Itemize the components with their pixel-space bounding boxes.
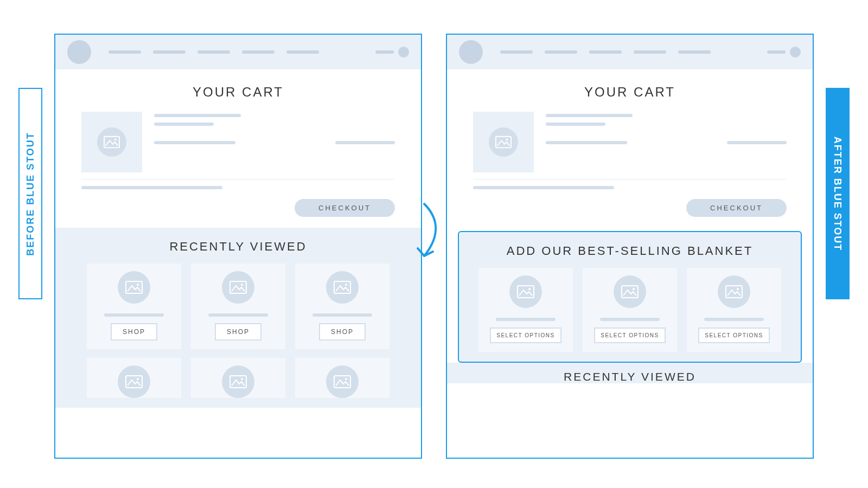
svg-point-11 <box>241 378 243 380</box>
product-card <box>191 358 285 398</box>
select-options-button[interactable]: SELECT OPTIONS <box>594 328 666 343</box>
select-options-button[interactable]: SELECT OPTIONS <box>698 328 770 343</box>
svg-point-21 <box>737 288 739 290</box>
svg-rect-14 <box>496 137 511 148</box>
shop-button[interactable]: SHOP <box>111 323 157 341</box>
cart-item-meta <box>546 112 787 172</box>
image-icon <box>489 127 518 157</box>
nav-placeholder-links <box>500 50 757 54</box>
cart-line-item <box>473 112 787 172</box>
cart-title: YOUR CART <box>81 85 395 100</box>
svg-point-15 <box>506 138 508 140</box>
recently-viewed-cards-row2 <box>71 358 406 398</box>
svg-rect-6 <box>334 281 350 293</box>
image-icon <box>718 275 750 308</box>
svg-point-1 <box>114 138 117 140</box>
logo-avatar <box>67 40 91 64</box>
cart-item-thumb <box>473 112 534 172</box>
product-card <box>295 358 390 398</box>
product-card: SHOP <box>87 264 181 349</box>
image-icon <box>97 127 126 157</box>
after-label-text: AFTER BLUE STOUT <box>832 136 844 251</box>
recently-viewed-cards: SHOP SHOP SHOP <box>71 264 406 349</box>
cart-title: YOUR CART <box>473 85 787 100</box>
svg-rect-18 <box>622 286 638 298</box>
checkout-button[interactable]: CHECKOUT <box>686 199 787 217</box>
svg-rect-16 <box>518 286 534 298</box>
nav-placeholder-tail <box>375 47 409 57</box>
svg-point-7 <box>345 284 347 286</box>
upsell-cards: SELECT OPTIONS SELECT OPTIONS SELECT OPT… <box>474 268 786 352</box>
svg-rect-2 <box>126 281 142 293</box>
image-icon <box>118 271 150 304</box>
cart-item-thumb <box>81 112 142 172</box>
after-frame: YOUR CART CHECKOUT ADD OUR BE <box>446 34 814 459</box>
cart-total-line <box>473 186 787 189</box>
image-icon <box>614 275 646 308</box>
shop-button[interactable]: SHOP <box>215 323 261 341</box>
before-label: BEFORE BLUE STOUT <box>18 88 42 299</box>
image-icon <box>118 365 150 398</box>
image-icon <box>509 275 542 308</box>
image-icon <box>326 271 359 304</box>
svg-rect-10 <box>230 376 246 388</box>
wireframe-topbar <box>55 35 421 69</box>
svg-rect-0 <box>104 137 119 148</box>
svg-point-19 <box>633 288 635 290</box>
svg-rect-20 <box>726 286 742 298</box>
svg-rect-8 <box>126 376 142 388</box>
svg-rect-12 <box>334 376 350 388</box>
recently-viewed-title: RECENTLY VIEWED <box>462 370 797 383</box>
comparison-diagram: BEFORE BLUE STOUT AFTER BLUE STOUT YOUR … <box>0 0 868 488</box>
highlight-arrow-icon <box>411 202 458 261</box>
product-card <box>87 358 181 398</box>
cart-total-line <box>81 186 395 189</box>
svg-point-17 <box>528 288 531 290</box>
product-card: SHOP <box>295 264 390 349</box>
recently-viewed-section: RECENTLY VIEWED <box>447 363 813 383</box>
upsell-section: ADD OUR BEST-SELLING BLANKET SELECT OPTI… <box>458 231 802 363</box>
checkout-button[interactable]: CHECKOUT <box>295 199 395 217</box>
recently-viewed-title: RECENTLY VIEWED <box>71 240 406 254</box>
upsell-title: ADD OUR BEST-SELLING BLANKET <box>474 244 786 258</box>
before-frame: YOUR CART CHECKOUT RECENTLY V <box>54 34 422 459</box>
svg-point-5 <box>241 284 243 286</box>
recently-viewed-section: RECENTLY VIEWED SHOP SHOP SHOP <box>55 228 421 408</box>
svg-point-3 <box>137 284 139 286</box>
shop-button[interactable]: SHOP <box>319 323 366 341</box>
nav-placeholder-tail <box>767 47 801 57</box>
svg-point-13 <box>345 378 347 380</box>
wireframe-topbar <box>447 35 813 69</box>
nav-placeholder-links <box>108 50 366 54</box>
after-label: AFTER BLUE STOUT <box>826 88 850 299</box>
select-options-button[interactable]: SELECT OPTIONS <box>490 328 561 343</box>
svg-point-9 <box>137 378 139 380</box>
cart-item-meta <box>154 112 395 172</box>
svg-rect-4 <box>230 281 246 293</box>
product-card: SELECT OPTIONS <box>478 268 573 352</box>
product-card: SELECT OPTIONS <box>583 268 677 352</box>
cart-section: YOUR CART CHECKOUT <box>447 69 813 228</box>
product-card: SELECT OPTIONS <box>687 268 781 352</box>
product-card: SHOP <box>191 264 285 349</box>
logo-avatar <box>459 40 483 64</box>
image-icon <box>222 365 254 398</box>
image-icon <box>326 365 359 398</box>
before-label-text: BEFORE BLUE STOUT <box>25 132 36 256</box>
cart-section: YOUR CART CHECKOUT <box>55 69 421 228</box>
cart-line-item <box>81 112 395 172</box>
image-icon <box>222 271 254 304</box>
